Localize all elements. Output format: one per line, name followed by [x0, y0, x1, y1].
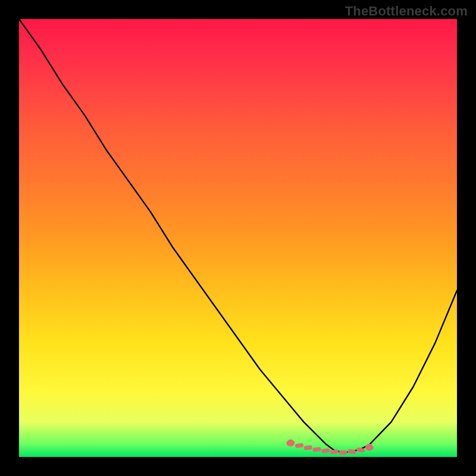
watermark-text: TheBottleneck.com — [345, 4, 468, 19]
optimal-marker — [339, 450, 347, 455]
optimal-marker — [330, 449, 339, 455]
plot-area — [19, 19, 457, 457]
optimal-marker — [295, 443, 304, 448]
optimal-marker — [321, 448, 330, 453]
chart-container: TheBottleneck.com — [0, 0, 476, 476]
optimal-marker — [312, 447, 321, 452]
chart-svg — [19, 19, 457, 457]
optimal-marker — [347, 449, 356, 455]
optimal-marker — [303, 445, 312, 450]
bottleneck-curve — [19, 19, 457, 453]
optimal-range-start — [287, 440, 293, 446]
optimal-range-end — [367, 444, 372, 450]
